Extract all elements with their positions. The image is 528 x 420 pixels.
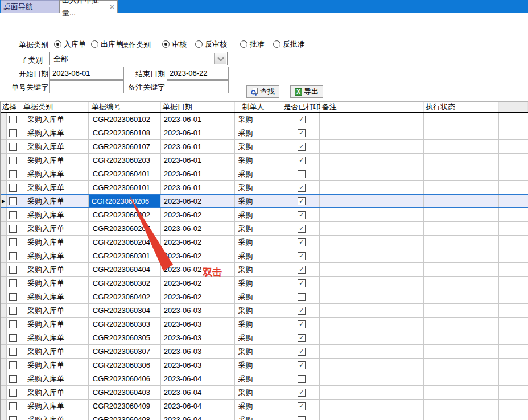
tab-batch-audit[interactable]: 出入库单批量... ×	[59, 0, 118, 13]
printed-checkbox[interactable]: ✓	[298, 279, 306, 287]
cell-status[interactable]	[424, 372, 499, 385]
row-select-cell[interactable]	[7, 277, 20, 290]
printed-checkbox[interactable]: ✓	[298, 225, 306, 233]
cell-printed[interactable]: ✓	[283, 126, 320, 139]
row-select-checkbox[interactable]	[9, 361, 17, 369]
cell-category[interactable]: 采购入库单	[20, 345, 89, 358]
cell-note[interactable]	[320, 318, 424, 331]
cell-doc-date[interactable]: 2023-06-02	[161, 277, 235, 290]
printed-checkbox[interactable]: ✓	[298, 389, 306, 397]
cell-note[interactable]	[320, 208, 424, 221]
cell-maker[interactable]: 采购	[235, 236, 284, 249]
cell-category[interactable]: 采购入库单	[20, 140, 89, 153]
row-select-cell[interactable]	[7, 195, 20, 208]
cell-category[interactable]: 采购入库单	[20, 236, 89, 249]
printed-checkbox[interactable]: ✓	[298, 361, 306, 369]
cell-printed[interactable]: ✓	[283, 386, 320, 399]
cell-printed[interactable]: ✓	[283, 318, 320, 331]
table-row[interactable]: 采购入库单CGR20230601082023-06-01采购✓	[1, 126, 528, 140]
column-header[interactable]: 单据编号	[89, 102, 161, 112]
cell-doc-no[interactable]: CGR2023060108	[89, 126, 161, 139]
row-select-checkbox[interactable]	[9, 143, 17, 151]
printed-checkbox[interactable]: ✓	[298, 197, 306, 205]
cell-maker[interactable]: 采购	[235, 167, 284, 180]
row-select-checkbox[interactable]	[9, 170, 17, 178]
column-header[interactable]: 备注	[320, 102, 424, 112]
cell-doc-no[interactable]: CGR2023060408	[89, 413, 161, 420]
cell-note[interactable]	[320, 195, 424, 208]
row-select-cell[interactable]	[7, 126, 20, 139]
cell-category[interactable]: 采购入库单	[20, 290, 89, 303]
cell-doc-no[interactable]: CGR2023060402	[89, 290, 161, 303]
cell-status[interactable]	[424, 249, 499, 262]
cell-printed[interactable]: ✓	[283, 249, 320, 262]
cell-note[interactable]	[320, 249, 424, 262]
cell-maker[interactable]: 采购	[235, 195, 284, 208]
row-select-checkbox[interactable]	[9, 197, 17, 205]
printed-checkbox[interactable]: ✓	[298, 157, 306, 164]
cell-note[interactable]	[320, 345, 424, 358]
cell-doc-date[interactable]: 2023-06-01	[161, 126, 235, 139]
cell-note[interactable]	[320, 304, 424, 317]
column-header[interactable]: 选择	[1, 102, 20, 112]
cell-doc-date[interactable]: 2023-06-02	[161, 222, 235, 235]
row-select-checkbox[interactable]	[9, 279, 17, 287]
cell-category[interactable]: 采购入库单	[20, 318, 89, 331]
row-select-cell[interactable]	[7, 140, 20, 153]
cell-status[interactable]	[424, 167, 499, 180]
cell-status[interactable]	[424, 331, 499, 344]
cell-note[interactable]	[320, 359, 424, 372]
row-select-cell[interactable]	[7, 263, 20, 276]
row-select-checkbox[interactable]	[9, 157, 17, 164]
row-select-checkbox[interactable]	[9, 266, 17, 274]
cell-category[interactable]: 采购入库单	[20, 263, 89, 276]
cell-status[interactable]	[424, 359, 499, 372]
cell-doc-date[interactable]: 2023-06-03	[161, 318, 235, 331]
cell-printed[interactable]: ✓	[283, 236, 320, 249]
printed-checkbox[interactable]: ✓	[298, 320, 306, 328]
column-header[interactable]: 单据日期	[161, 102, 235, 112]
cell-note[interactable]	[320, 181, 424, 194]
table-row[interactable]: 采购入库单CGR20230602032023-06-01采购✓	[1, 154, 528, 167]
cell-printed[interactable]: ✓	[283, 113, 320, 126]
cell-note[interactable]	[320, 222, 424, 235]
cell-maker[interactable]: 采购	[235, 413, 284, 420]
cell-note[interactable]	[320, 113, 424, 126]
table-row[interactable]: 采购入库单CGR20230604022023-06-02采购	[1, 290, 528, 304]
printed-checkbox[interactable]: ✓	[298, 334, 306, 342]
row-select-cell[interactable]	[7, 331, 20, 344]
close-icon[interactable]: ×	[109, 3, 115, 11]
cell-printed[interactable]: ✓	[283, 400, 320, 413]
cell-doc-no[interactable]: CGR2023060404	[89, 263, 161, 276]
cell-printed[interactable]	[283, 290, 320, 303]
cell-doc-no[interactable]: CGR2023060302	[89, 277, 161, 290]
row-select-checkbox[interactable]	[9, 238, 17, 246]
cell-status[interactable]	[424, 386, 499, 399]
printed-checkbox[interactable]	[298, 293, 306, 301]
radio-option[interactable]: 反批准	[273, 39, 305, 49]
cell-note[interactable]	[320, 263, 424, 276]
cell-doc-no[interactable]: CGR2023060304	[89, 304, 161, 317]
cell-printed[interactable]: ✓	[283, 222, 320, 235]
cell-note[interactable]	[320, 126, 424, 139]
row-select-checkbox[interactable]	[9, 402, 17, 410]
row-select-checkbox[interactable]	[9, 307, 17, 315]
cell-doc-date[interactable]: 2023-06-02	[161, 208, 235, 221]
cell-category[interactable]: 采购入库单	[20, 386, 89, 399]
cell-doc-date[interactable]: 2023-06-01	[161, 113, 235, 126]
row-select-cell[interactable]	[7, 290, 20, 303]
cell-maker[interactable]: 采购	[235, 126, 284, 139]
cell-status[interactable]	[424, 126, 499, 139]
cell-note[interactable]	[320, 400, 424, 413]
table-row[interactable]: 采购入库单CGR20230604082023-06-04采购	[1, 413, 528, 420]
cell-doc-date[interactable]: 2023-06-02	[161, 236, 235, 249]
row-select-cell[interactable]	[7, 154, 20, 167]
cell-doc-date[interactable]: 2023-06-04	[161, 413, 235, 420]
cell-maker[interactable]: 采购	[235, 263, 284, 276]
table-row[interactable]: 采购入库单CGR20230604032023-06-04采购✓	[1, 386, 528, 400]
cell-status[interactable]	[424, 140, 499, 153]
cell-category[interactable]: 采购入库单	[20, 304, 89, 317]
row-select-checkbox[interactable]	[9, 225, 17, 233]
column-header[interactable]: 执行状态	[424, 102, 499, 112]
table-row[interactable]: 采购入库单CGR20230604092023-06-04采购✓	[1, 400, 528, 413]
